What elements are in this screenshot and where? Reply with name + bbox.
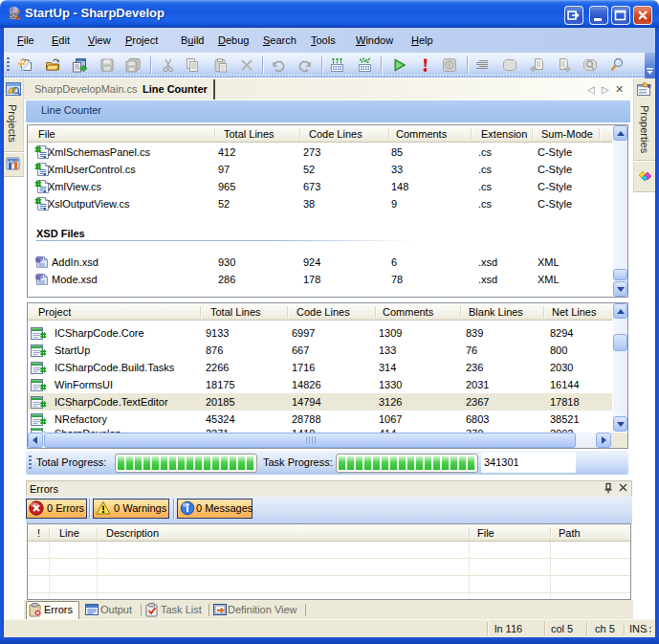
svg-text:SD: SD (11, 13, 19, 19)
